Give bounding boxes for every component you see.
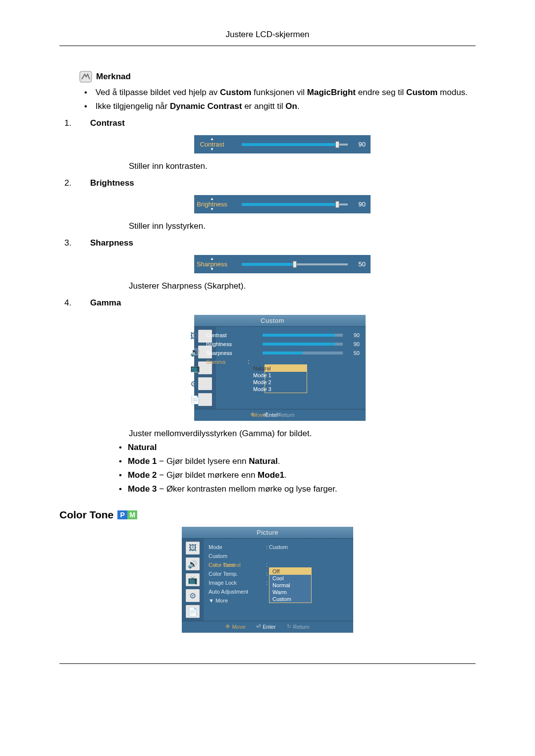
gamma-option-natural[interactable]: Natural [265,365,307,372]
note-item-2: Ikke tilgjengelig når Dynamic Contrast e… [79,101,476,111]
item-desc: Stiller inn lysstyrken. [129,221,476,231]
return-icon: ↻ [287,623,291,630]
slider-name-text: Contrast [214,141,224,148]
gamma-option-mode2[interactable]: Mode 2 [265,379,307,386]
sound-tab-icon[interactable]: 🔊 [186,557,200,570]
bold: Mode 1 [128,456,157,466]
gamma-mode-3: Mode 3 − Øker kontrasten mellom mørke og… [114,484,476,494]
brightness-slider[interactable] [242,202,348,207]
osd-title: Picture [182,527,353,539]
input-tab-icon[interactable]: 📄 [198,393,212,406]
note-item-1: Ved å tilpasse bildet ved hjelp av Custo… [79,88,476,98]
enter-icon: ⏎ [256,623,261,630]
gamma-option-mode3[interactable]: Mode 3 [265,386,307,393]
osd-content: Mode : Custom Custom Color Tone : Off Co… [204,539,353,621]
slider-label: ▲ Sharpness ▼ [197,257,242,271]
item-gamma: 4.Gamma Custom 🖼 🔊 📺 ⚙ 📄 Contrast 90 [79,298,476,494]
row-value: 90 [349,341,360,347]
item-desc: Stiller inn kontrasten. [129,161,476,171]
footer-enter: ⏎Enter [256,623,275,630]
text: − Gjør bildet mørkere enn [157,470,258,480]
text: endre seg til [356,88,406,97]
channel-tab-icon[interactable]: 📺 [186,573,200,586]
gamma-option-mode1[interactable]: Mode 1 [265,372,307,379]
bold: Natural [128,443,157,452]
row-label: Auto Adjustment [209,589,263,595]
row-label: ▼ More [209,598,263,604]
bold: Mode1 [258,470,284,480]
bold: Natural [249,456,278,466]
gamma-mode-natural: Natural [114,443,476,453]
gamma-mode-2: Mode 2 − Gjør bildet mørkere enn Mode1. [114,470,476,480]
item-number: 4. [79,298,90,308]
contrast-slider-panel: ▲ Contrast ▼ 90 [193,134,372,154]
brightness-value: 90 [352,201,366,208]
row-label: Mode [209,544,263,550]
setup-tab-icon[interactable]: ⚙ [186,589,200,602]
brightness-slider-panel: ▲ Brightness ▼ 90 [193,194,372,214]
item-title: Gamma [90,298,121,307]
osd-row-brightness[interactable]: Brightness 90 [221,340,360,349]
row-value: 50 [349,350,360,356]
custom-osd-panel: Custom 🖼 🔊 📺 ⚙ 📄 Contrast 90 B [193,314,367,422]
text: − Øker kontrasten mellom mørke og lyse f… [157,484,337,494]
bold: Mode 3 [128,484,157,494]
slider-name-text: Brightness [212,201,227,207]
item-contrast: 1.Contrast ▲ Contrast ▼ 90 Stiller inn k… [79,118,476,171]
item-desc: Justerer Sharpness (Skarphet). [129,281,476,291]
input-tab-icon[interactable]: 📄 [186,605,200,618]
text: funksjonen vil [251,88,307,97]
footer-return: ↻Return [291,411,294,418]
picture-tab-icon[interactable]: 🖼 [186,542,200,554]
text: . [278,456,280,466]
row-value: : Custom [266,544,288,550]
text: Ved å tilpasse bildet ved hjelp av [96,88,220,97]
note-label: Merknad [96,72,131,82]
gamma-mode-1: Mode 1 − Gjør bildet lysere enn Natural. [114,456,476,466]
item-number: 2. [79,178,90,188]
row-label: Custom [209,553,263,559]
sharpness-slider-panel: ▲ Sharpness ▼ 50 [193,254,372,274]
item-brightness: 2.Brightness ▲ Brightness ▼ 90 Stiller i… [79,178,476,231]
item-number: 1. [79,118,90,128]
row-mode[interactable]: Mode : Custom [209,543,347,552]
contrast-slider[interactable] [242,142,348,147]
row-value: 90 [349,332,360,338]
osd-row-contrast[interactable]: Contrast 90 [221,331,360,340]
bold: Custom [220,88,251,97]
row-label: Color Control [209,562,263,568]
item-title: Sharpness [90,238,133,248]
m-badge-icon: M [127,510,137,519]
bold: MagicBright [307,88,356,97]
sharpness-slider[interactable] [242,262,348,267]
row-value: : [266,571,268,577]
osd-row-sharpness[interactable]: Sharpness 50 [221,349,360,357]
row-label: Contrast [221,332,260,338]
row-label: Brightness [221,341,260,347]
row-label: Sharpness [221,350,260,356]
bold: Dynamic Contrast [170,101,242,111]
gamma-select[interactable]: Natural Mode 1 Mode 2 Mode 3 [265,364,307,393]
row-label: Color Temp. [209,571,263,577]
settings-list: 1.Contrast ▲ Contrast ▼ 90 Stiller inn k… [79,118,476,494]
slider-label: ▲ Contrast ▼ [197,137,242,151]
bold: Custom [406,88,437,97]
row-label: Image Lock [209,580,263,586]
move-icon: ✥ [225,623,230,630]
text: . [297,101,300,111]
text: Ikke tilgjengelig når [96,101,170,111]
setup-tab-icon[interactable]: ⚙ [198,377,212,390]
row-label: Gamma [221,359,260,365]
p-badge-icon: P [117,510,127,519]
text: − Gjør bildet lysere enn [157,456,249,466]
mini-slider [263,343,343,346]
item-title: Brightness [90,178,134,188]
color-tone-heading: Color Tone PM [59,509,476,521]
text: . [284,470,287,480]
row-custom[interactable]: Custom [209,552,347,560]
footer-move: ✥Move [225,623,245,630]
bold: Mode 2 [128,470,157,480]
text: er angitt til [242,101,285,111]
item-desc: Juster mellomverdilysstyrken (Gamma) for… [129,429,476,439]
slider-label: ▲ Brightness ▼ [197,197,242,211]
